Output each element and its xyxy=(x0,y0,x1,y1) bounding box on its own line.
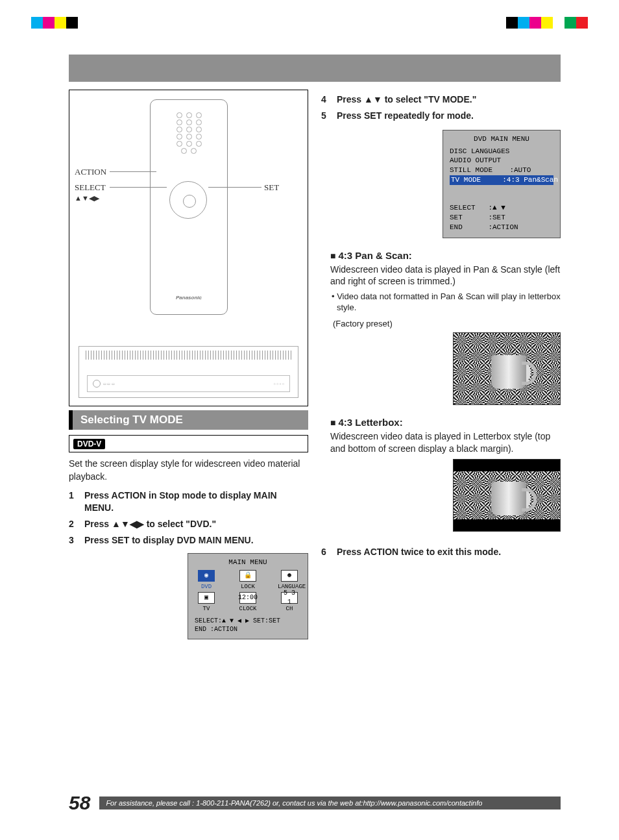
dvd-osd-line3-label: STILL MODE xyxy=(450,166,492,174)
step-item: 6Press ACTION twice to exit this mode. xyxy=(321,546,561,558)
left-column: Panasonic ACTION SELECT xyxy=(69,90,308,639)
mug-icon xyxy=(491,482,526,515)
dvd-osd-line2: AUDIO OUTPUT xyxy=(450,156,553,166)
dvd-osd-foot-end: END :ACTION xyxy=(450,223,553,232)
osd-icon-lock: 🔒LOCK xyxy=(236,570,260,591)
step-text: Press ACTION twice to exit this mode. xyxy=(337,546,561,558)
intro-text: Set the screen display style for widescr… xyxy=(69,458,308,483)
osd-icon-label: DVD xyxy=(195,583,218,591)
osd-icon-ch: 5 3 1CH xyxy=(278,592,301,613)
steps-right-bottom: 6Press ACTION twice to exit this mode. xyxy=(321,546,561,558)
page-footer: 58 For assistance, please call : 1-800-2… xyxy=(69,792,561,814)
remote-buttons xyxy=(158,111,220,155)
option-pan-scan: ■4:3 Pan & Scan: Widescreen video data i… xyxy=(330,250,561,406)
option1-factory: (Factory preset) xyxy=(333,319,561,328)
step-number: 3 xyxy=(69,534,78,547)
step-number: 6 xyxy=(321,546,330,558)
remote-brand: Panasonic xyxy=(151,295,227,301)
option1-illustration xyxy=(453,332,561,405)
assistance-bar: For assistance, please call : 1-800-211-… xyxy=(99,797,561,809)
option2-illustration xyxy=(453,459,561,532)
osd-icon-glyph: ▣ xyxy=(198,592,215,604)
callout-select-label: SELECT xyxy=(75,182,106,192)
page-content: Panasonic ACTION SELECT xyxy=(69,55,561,639)
remote-diagram: Panasonic ACTION SELECT xyxy=(69,90,308,406)
osd-icons-row2: ▣TV12:00CLOCK5 3 1CH xyxy=(195,592,301,613)
osd-icon-glyph: 5 3 1 xyxy=(281,592,298,604)
osd-icon-tv: ▣TV xyxy=(195,592,218,613)
dvdv-row: DVD-V xyxy=(69,435,308,452)
disc-icon xyxy=(93,380,101,388)
deck-panel: ▭ ▭ ▭ ○ ○ ○ ○ xyxy=(87,375,290,392)
main-osd-title: MAIN MENU xyxy=(195,558,301,567)
steps-right-top: 4Press ▲▼ to select "TV MODE."5Press SET… xyxy=(321,93,561,122)
dvd-osd-line3: STILL MODE :AUTO xyxy=(450,166,553,175)
callout-set-label: SET xyxy=(264,182,279,192)
osd-icon-clock: 12:00CLOCK xyxy=(236,592,260,613)
osd-icon-glyph: ☻ xyxy=(281,570,298,582)
step-item: 2Press ▲▼◀▶ to select "DVD." xyxy=(69,518,308,530)
option1-note: • Video data not formatted in Pan & Scan… xyxy=(330,291,561,314)
osd-icon-language: ☻LANGUAGE xyxy=(278,570,301,591)
step-text: Press SET to display DVD MAIN MENU. xyxy=(84,534,308,547)
callout-select: SELECT ▲▼◀▶ xyxy=(75,182,106,203)
callout-set-line xyxy=(208,187,261,188)
section-heading: Selecting TV MODE xyxy=(69,410,308,430)
callout-select-arrows: ▲▼◀▶ xyxy=(75,194,99,202)
osd-icon-dvd: ◉DVD xyxy=(195,570,218,591)
page-number: 58 xyxy=(69,792,90,814)
option2-title-text: 4:3 Letterbox: xyxy=(338,417,402,428)
osd-icon-glyph: 12:00 xyxy=(239,592,256,604)
option1-desc: Widescreen video data is played in Pan &… xyxy=(330,264,561,288)
calibration-bar-left xyxy=(31,17,125,29)
step-text: Press SET repeatedly for mode. xyxy=(337,110,561,122)
step-number: 4 xyxy=(321,93,330,106)
option2-title: ■4:3 Letterbox: xyxy=(330,417,561,428)
dvd-osd-line1: DISC LANGUAGES xyxy=(450,147,553,156)
dvd-osd-foot-select: SELECT :▲ ▼ xyxy=(450,203,553,213)
option2-desc: Widescreen video data is played in Lette… xyxy=(330,430,561,455)
callout-action: ACTION xyxy=(75,167,106,177)
main-osd-foot2: END :ACTION xyxy=(195,625,301,634)
remote-dpad xyxy=(169,181,207,219)
dvd-deck: ▭ ▭ ▭ ○ ○ ○ ○ xyxy=(79,346,298,398)
mug-icon xyxy=(491,355,526,389)
dvd-osd-title: DVD MAIN MENU xyxy=(450,134,553,144)
callout-set: SET xyxy=(264,182,279,193)
option-letterbox: ■4:3 Letterbox: Widescreen video data is… xyxy=(330,417,561,532)
step-item: 3Press SET to display DVD MAIN MENU. xyxy=(69,534,308,547)
calibration-bar-right xyxy=(494,17,588,29)
main-menu-osd: MAIN MENU ◉DVD🔒LOCK☻LANGUAGE ▣TV12:00CLO… xyxy=(188,553,308,639)
dvd-osd-line3-value: :AUTO xyxy=(509,166,531,174)
step-number: 5 xyxy=(321,110,330,122)
steps-left: 1Press ACTION in Stop mode to display MA… xyxy=(69,489,308,547)
step-item: 5Press SET repeatedly for mode. xyxy=(321,110,561,122)
step-number: 1 xyxy=(69,489,78,514)
option1-title: ■4:3 Pan & Scan: xyxy=(330,250,561,261)
osd-icons-row1: ◉DVD🔒LOCK☻LANGUAGE xyxy=(195,570,301,591)
step-item: 4Press ▲▼ to select "TV MODE." xyxy=(321,93,561,106)
osd-icon-label: CLOCK xyxy=(236,605,260,613)
osd-icon-glyph: 🔒 xyxy=(239,570,256,582)
callout-action-line xyxy=(110,171,156,172)
header-strip xyxy=(69,55,561,82)
dvd-main-menu-osd: DVD MAIN MENU DISC LANGUAGES AUDIO OUTPU… xyxy=(443,130,561,238)
step-text: Press ACTION in Stop mode to display MAI… xyxy=(84,489,308,514)
dvd-osd-highlight: TV MODE :4:3 Pan&Scan xyxy=(450,175,553,185)
step-text: Press ▲▼◀▶ to select "DVD." xyxy=(84,518,308,530)
dvd-osd-hl-value: :4:3 Pan&Scan xyxy=(502,176,558,184)
osd-icon-label: TV xyxy=(195,605,218,613)
main-osd-footer: SELECT:▲ ▼ ◀ ▶ SET:SET END :ACTION xyxy=(195,617,301,634)
right-column: 4Press ▲▼ to select "TV MODE."5Press SET… xyxy=(321,90,561,639)
main-osd-foot1: SELECT:▲ ▼ ◀ ▶ SET:SET xyxy=(195,617,301,625)
step-text: Press ▲▼ to select "TV MODE." xyxy=(337,93,561,106)
step-item: 1Press ACTION in Stop mode to display MA… xyxy=(69,489,308,514)
option1-title-text: 4:3 Pan & Scan: xyxy=(338,250,411,261)
osd-icon-label: LOCK xyxy=(236,583,260,591)
dvdv-badge: DVD-V xyxy=(73,439,105,449)
dvd-osd-foot-set: SET :SET xyxy=(450,213,553,223)
callout-select-line xyxy=(110,187,167,188)
dvd-osd-hl-label: TV MODE xyxy=(451,176,481,184)
callout-action-label: ACTION xyxy=(75,167,106,177)
step-number: 2 xyxy=(69,518,78,530)
